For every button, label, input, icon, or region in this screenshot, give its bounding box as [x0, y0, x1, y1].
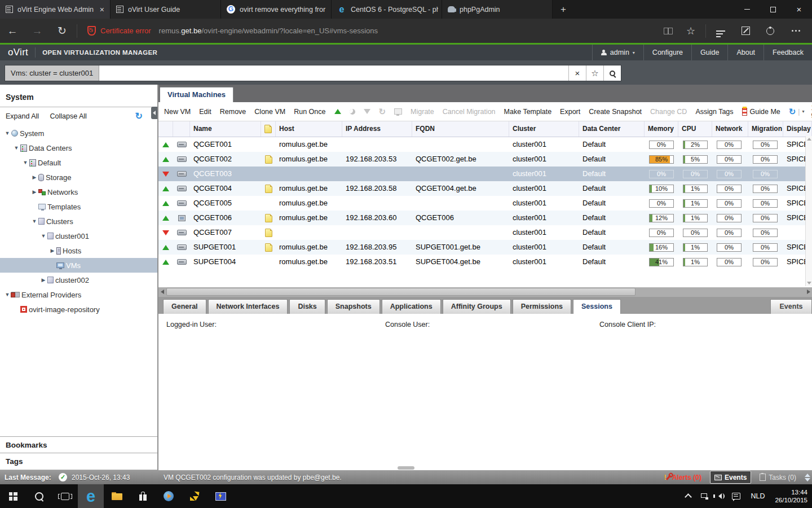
search-input[interactable] [99, 65, 568, 81]
column-cpu[interactable]: CPU [678, 121, 712, 137]
scroll-down-icon[interactable] [807, 282, 811, 284]
column-cluster[interactable]: Cluster [509, 121, 579, 137]
tree-item-cluster001[interactable]: ▼ cluster001 [0, 229, 157, 243]
horizontal-scrollbar-thumb[interactable] [166, 288, 636, 296]
toolbar-make-template-button[interactable]: Make Template [504, 108, 552, 116]
tree-item-ovirt-image-repository[interactable]: ovirt-image-repository [0, 302, 157, 317]
tab-disks[interactable]: Disks [289, 299, 325, 314]
tree-expander-icon[interactable]: ▼ [3, 130, 11, 136]
header-menu-configure[interactable]: Configure [643, 45, 691, 60]
search-submit-button[interactable] [603, 65, 621, 81]
toolbar-new-vm-button[interactable]: New VM [164, 108, 191, 116]
url-field[interactable]: remus.get.be/ovirt-engine/webadmin/?loca… [159, 27, 378, 35]
toolbar-run-once-button[interactable]: Run Once [294, 108, 325, 116]
table-row[interactable]: SUPGET001 romulus.get.be 192.168.203.95 … [158, 240, 812, 255]
grid-refresh-icon[interactable]: ↻ [789, 107, 796, 117]
hub-button[interactable] [708, 19, 733, 43]
toolbar-assign-tags-button[interactable]: Assign Tags [695, 108, 733, 116]
tasks-button[interactable]: Tasks (0) [756, 471, 800, 483]
column-memory[interactable]: Memory [645, 121, 678, 137]
tab-permissions[interactable]: Permissions [513, 299, 571, 314]
search-clear-button[interactable]: × [568, 65, 586, 81]
browser-tab[interactable]: oVirt User Guide [111, 0, 221, 19]
events-button[interactable]: Events [710, 471, 751, 484]
scroll-up-icon[interactable] [807, 138, 811, 141]
tree-item-cluster002[interactable]: ▶ cluster002 [0, 273, 157, 287]
column-data-center[interactable]: Data Center [579, 121, 645, 137]
table-row[interactable]: SUPGET004 romulus.get.be 192.168.203.51 … [158, 255, 812, 269]
table-row[interactable]: QCGET006 romulus.get.be 192.168.203.60 Q… [158, 211, 812, 225]
toolbar-guide-me-button[interactable]: Guide Me [742, 108, 780, 116]
taskbar-store-button[interactable] [130, 484, 156, 508]
tree-item-data-centers[interactable]: ▼ Data Centers [0, 141, 157, 155]
table-row[interactable]: QCGET001 romulus.get.be cluster001 Defau… [158, 137, 812, 152]
tree-item-clusters[interactable]: ▼ Clusters [0, 214, 157, 229]
task-view-button[interactable] [52, 484, 78, 508]
header-menu-guide[interactable]: Guide [691, 45, 727, 60]
column-status[interactable] [158, 121, 173, 137]
detail-hscroll-thumb[interactable] [398, 466, 414, 470]
tree-expander-icon[interactable]: ▼ [12, 145, 20, 151]
new-tab-button[interactable]: + [553, 0, 574, 19]
horizontal-scrollbar[interactable] [158, 287, 812, 297]
toolbar-remove-button[interactable]: Remove [220, 108, 246, 116]
certificate-error-icon[interactable] [87, 26, 96, 36]
sidebar-section-bookmarks[interactable]: Bookmarks [0, 436, 157, 453]
toolbar-export-button[interactable]: Export [560, 108, 580, 116]
reading-view-button[interactable] [654, 19, 678, 43]
refresh-button[interactable]: ↻ [50, 24, 74, 37]
taskbar-vsphere-button[interactable] [182, 484, 208, 508]
tree-item-templates[interactable]: Templates [0, 199, 157, 214]
refresh-options-chevron-icon[interactable]: ▾ [802, 109, 804, 114]
tree-item-system[interactable]: ▼ System [0, 126, 157, 141]
user-menu[interactable]: admin▾ [592, 45, 643, 60]
tree-item-vms[interactable]: VMs [0, 258, 157, 273]
tree-expander-icon[interactable]: ▼ [30, 218, 38, 224]
tree-expander-icon[interactable]: ▶ [30, 174, 38, 180]
forward-button[interactable]: → [25, 25, 50, 37]
restore-button[interactable] [760, 0, 786, 19]
header-menu-feedback[interactable]: Feedback [764, 45, 812, 60]
browser-tab[interactable]: oVirt Engine Web Admin × [0, 0, 111, 19]
certificate-error-label[interactable]: Certificate error [100, 27, 151, 35]
column-vm-type[interactable] [173, 121, 190, 137]
table-row[interactable]: QCGET003 cluster001 Default 0% 0% 0% 0% [158, 167, 812, 181]
close-button[interactable]: × [786, 0, 812, 19]
tree-item-hosts[interactable]: ▶ Hosts [0, 243, 157, 258]
tree-item-storage[interactable]: ▶ Storage [0, 170, 157, 185]
tray-network-button[interactable] [701, 493, 708, 500]
back-button[interactable]: ← [0, 25, 25, 37]
tab-close-icon[interactable]: × [98, 5, 107, 14]
tree-expander-icon[interactable]: ▼ [3, 292, 11, 297]
toolbar-create-snapshot-button[interactable]: Create Snapshot [589, 108, 642, 116]
table-row[interactable]: QCGET007 cluster001 Default 0% 0% 0% 0% [158, 225, 812, 240]
toolbar-run-button[interactable] [334, 109, 341, 114]
header-menu-about[interactable]: About [727, 45, 764, 60]
tray-action-center-button[interactable] [732, 493, 740, 500]
tree-expander-icon[interactable]: ▼ [39, 233, 47, 239]
toolbar-clone-vm-button[interactable]: Clone VM [254, 108, 285, 116]
language-indicator[interactable]: NLD [751, 492, 765, 500]
expand-all-link[interactable]: Expand All [6, 112, 39, 120]
tree-item-external-providers[interactable]: ▼ External Providers [0, 287, 157, 302]
column-ip-address[interactable]: IP Address [342, 121, 412, 137]
toolbar-edit-button[interactable]: Edit [199, 108, 211, 116]
taskbar-explorer-button[interactable] [104, 484, 130, 508]
table-row[interactable]: QCGET004 romulus.get.be 192.168.203.58 Q… [158, 181, 812, 196]
tab-general[interactable]: General [163, 299, 206, 314]
column-network[interactable]: Network [712, 121, 748, 137]
tray-chevron-button[interactable] [686, 493, 691, 500]
tree-expander-icon[interactable]: ▶ [48, 248, 56, 253]
column-migration[interactable]: Migration [748, 121, 783, 137]
alerts-button[interactable]: !Alerts (0) [660, 471, 705, 483]
tab-events[interactable]: Events [770, 299, 812, 314]
column-host[interactable]: Host [276, 121, 342, 137]
tree-expander-icon[interactable]: ▼ [21, 160, 29, 165]
web-note-button[interactable] [733, 19, 758, 43]
tree-refresh-icon[interactable]: ↻ [135, 111, 143, 121]
tab-snapshots[interactable]: Snapshots [327, 299, 380, 314]
tray-volume-button[interactable] [718, 493, 722, 499]
column-note[interactable] [261, 121, 276, 137]
tab-affinity-groups[interactable]: Affinity Groups [443, 299, 511, 314]
minimize-button[interactable] [734, 0, 760, 19]
